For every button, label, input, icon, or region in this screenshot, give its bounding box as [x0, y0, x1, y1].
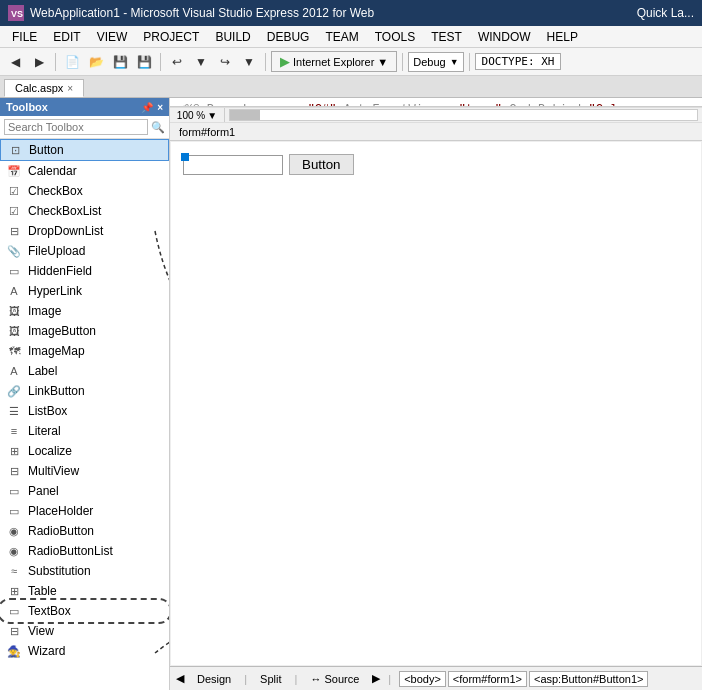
- toolbox-item-listbox[interactable]: ☰ ListBox: [0, 401, 169, 421]
- bc-button[interactable]: <asp:Button#Button1>: [529, 671, 648, 687]
- design-button[interactable]: Button: [289, 154, 354, 175]
- open-btn[interactable]: 📂: [85, 51, 107, 73]
- item-icon: ⊟: [6, 463, 22, 479]
- item-label: MultiView: [28, 464, 79, 478]
- item-label: RadioButton: [28, 524, 94, 538]
- item-icon: A: [6, 283, 22, 299]
- search-input[interactable]: [4, 119, 148, 135]
- menu-help[interactable]: HELP: [539, 28, 586, 46]
- design-tab[interactable]: Design: [188, 670, 240, 688]
- title-bar: VS WebApplication1 - Microsoft Visual St…: [0, 0, 702, 26]
- bottom-separator-1: |: [244, 673, 247, 685]
- toolbox-item-multiview[interactable]: ⊟ MultiView: [0, 461, 169, 481]
- back-btn[interactable]: ◀: [4, 51, 26, 73]
- toolbox-item-button[interactable]: ⊡ Button: [0, 139, 169, 161]
- item-label: PlaceHolder: [28, 504, 93, 518]
- breadcrumb-form[interactable]: form#form1: [174, 124, 240, 140]
- redo-arrow[interactable]: ▼: [238, 51, 260, 73]
- item-icon: A: [6, 363, 22, 379]
- split-tab[interactable]: Split: [251, 670, 290, 688]
- debug-dropdown[interactable]: Debug ▼: [408, 52, 463, 72]
- new-file-btn[interactable]: 📄: [61, 51, 83, 73]
- toolbox-item-calendar[interactable]: 📅 Calendar: [0, 161, 169, 181]
- main-layout: Toolbox 📌 × 🔍 ⊡ Button 📅 Calendar ☑ Chec…: [0, 98, 702, 690]
- toolbox-item-fileupload[interactable]: 📎 FileUpload: [0, 241, 169, 261]
- item-label: DropDownList: [28, 224, 103, 238]
- toolbox-item-imagemap[interactable]: 🗺 ImageMap: [0, 341, 169, 361]
- tab-calc-aspx[interactable]: Calc.aspx ×: [4, 79, 84, 97]
- bottom-separator-3: |: [388, 673, 391, 685]
- vs-logo: VS: [8, 5, 24, 21]
- toolbox-item-wizard[interactable]: 🧙 Wizard: [0, 641, 169, 661]
- item-icon: 🧙: [6, 643, 22, 659]
- forward-btn[interactable]: ▶: [28, 51, 50, 73]
- tab-bar: Calc.aspx ×: [0, 76, 702, 98]
- save-btn[interactable]: 💾: [109, 51, 131, 73]
- toolbox-item-localize[interactable]: ⊞ Localize: [0, 441, 169, 461]
- toolbox-item-checkboxlist[interactable]: ☑ CheckBoxList: [0, 201, 169, 221]
- undo-arrow[interactable]: ▼: [190, 51, 212, 73]
- toolbox-item-hyperlink[interactable]: A HyperLink: [0, 281, 169, 301]
- item-icon: ≡: [6, 423, 22, 439]
- menu-debug[interactable]: DEBUG: [259, 28, 318, 46]
- toolbox-item-table[interactable]: ⊞ Table: [0, 581, 169, 601]
- toolbox-item-view[interactable]: ⊟ View: [0, 621, 169, 641]
- menu-tools[interactable]: TOOLS: [367, 28, 423, 46]
- hscrollbar[interactable]: [229, 109, 698, 121]
- item-label: CheckBox: [28, 184, 83, 198]
- toolbox-search-bar: 🔍: [0, 116, 169, 139]
- toolbox-item-literal[interactable]: ≡ Literal: [0, 421, 169, 441]
- undo-btn[interactable]: ↩: [166, 51, 188, 73]
- doctype-display: DOCTYPE: XH: [475, 53, 562, 70]
- toolbox-item-placeholder[interactable]: ▭ PlaceHolder: [0, 501, 169, 521]
- run-arrow: ▼: [377, 56, 388, 68]
- toolbox-item-panel[interactable]: ▭ Panel: [0, 481, 169, 501]
- toolbox-item-radiobutton[interactable]: ◉ RadioButton: [0, 521, 169, 541]
- menu-file[interactable]: FILE: [4, 28, 45, 46]
- toolbox-item-radiobuttonlist[interactable]: ◉ RadioButtonList: [0, 541, 169, 561]
- tab-close-icon[interactable]: ×: [67, 83, 73, 94]
- nav-left-icon[interactable]: ◀: [176, 672, 184, 685]
- item-label: Substitution: [28, 564, 91, 578]
- toolbox-item-imagebutton[interactable]: 🖼 ImageButton: [0, 321, 169, 341]
- title-bar-left: VS WebApplication1 - Microsoft Visual St…: [8, 5, 374, 21]
- bc-body[interactable]: <body>: [399, 671, 446, 687]
- toolbox-item-checkbox[interactable]: ☑ CheckBox: [0, 181, 169, 201]
- toolbox-item-substitution[interactable]: ≈ Substitution: [0, 561, 169, 581]
- source-tab[interactable]: ↔ Source: [301, 670, 368, 688]
- zoom-indicator[interactable]: 100 % ▼: [170, 108, 225, 122]
- bottom-separator-2: |: [295, 673, 298, 685]
- search-icon: 🔍: [151, 121, 165, 134]
- redo-btn[interactable]: ↪: [214, 51, 236, 73]
- menu-test[interactable]: TEST: [423, 28, 470, 46]
- run-button[interactable]: ▶ Internet Explorer ▼: [271, 51, 397, 72]
- design-textbox[interactable]: [183, 155, 283, 175]
- toolbox-item-label[interactable]: A Label: [0, 361, 169, 381]
- menu-view[interactable]: VIEW: [89, 28, 136, 46]
- quick-launch: Quick La...: [637, 6, 694, 20]
- close-icon[interactable]: ×: [157, 102, 163, 113]
- title-bar-text: WebApplication1 - Microsoft Visual Studi…: [30, 6, 374, 20]
- bc-form[interactable]: <form#form1>: [448, 671, 527, 687]
- item-label: FileUpload: [28, 244, 85, 258]
- nav-right-icon[interactable]: ▶: [372, 672, 380, 685]
- menu-project[interactable]: PROJECT: [135, 28, 207, 46]
- resize-handle-tl[interactable]: [181, 153, 189, 161]
- save-all-btn[interactable]: 💾: [133, 51, 155, 73]
- menu-edit[interactable]: EDIT: [45, 28, 88, 46]
- pin-icon[interactable]: 📌: [141, 102, 153, 113]
- item-label: HyperLink: [28, 284, 82, 298]
- item-icon: ▭: [6, 483, 22, 499]
- sep5: [469, 53, 470, 71]
- menu-build[interactable]: BUILD: [207, 28, 258, 46]
- menu-team[interactable]: TEAM: [317, 28, 366, 46]
- code-editor[interactable]: <%@ Page Language="C#" AutoEventWireup="…: [170, 98, 702, 107]
- item-icon: 🗺: [6, 343, 22, 359]
- toolbox-item-textbox[interactable]: ▭ TextBox: [0, 601, 169, 621]
- hscroll-thumb[interactable]: [230, 110, 260, 120]
- toolbox-item-dropdownlist[interactable]: ⊟ DropDownList: [0, 221, 169, 241]
- toolbox-item-image[interactable]: 🖼 Image: [0, 301, 169, 321]
- toolbox-item-hiddenfield[interactable]: ▭ HiddenField: [0, 261, 169, 281]
- menu-window[interactable]: WINDOW: [470, 28, 539, 46]
- toolbox-item-linkbutton[interactable]: 🔗 LinkButton: [0, 381, 169, 401]
